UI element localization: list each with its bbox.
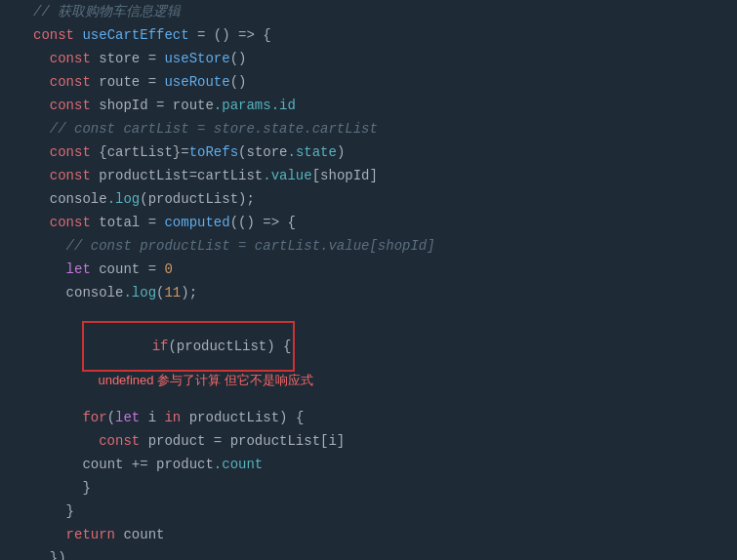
line-content: const route = useRoute() (29, 74, 737, 90)
line-content: } (29, 503, 737, 519)
code-line-product: const product = productList[i] (0, 429, 737, 453)
code-line-close: }) (0, 546, 737, 560)
line-content: if(productList) { undefined 参与了计算 但它不是响应… (29, 305, 737, 405)
code-line-for-close: } (0, 476, 737, 500)
code-line-3: const route = useRoute() (0, 70, 737, 94)
line-content: const product = productList[i] (29, 433, 737, 449)
line-content: let count = 0 (29, 261, 737, 277)
annotation-text: undefined 参与了计算 但它不是响应式 (98, 373, 312, 387)
code-editor: // 获取购物车信息逻辑 const useCartEffect = () =>… (0, 0, 737, 560)
code-line-for: for(let i in productList) { (0, 406, 737, 429)
code-line-8: console.log(productList); (0, 187, 737, 211)
line-content: count += product.count (29, 457, 737, 472)
code-line-if: if(productList) { undefined 参与了计算 但它不是响应… (0, 304, 737, 406)
line-content: const useCartEffect = () => { (29, 27, 737, 43)
line-content: // const productList = cartList.value[sh… (29, 238, 737, 254)
code-line-4: const shopId = route.params.id (0, 94, 737, 117)
code-line-count-add: count += product.count (0, 453, 737, 476)
code-line-1: const useCartEffect = () => { (0, 23, 737, 47)
code-line-5: // const cartList = store.state.cartList (0, 117, 737, 140)
line-content: const store = useStore() (29, 51, 737, 66)
code-line-11: let count = 0 (0, 258, 737, 281)
code-line-6: const {cartList}=toRefs(store.state) (0, 140, 737, 164)
line-content: }) (29, 550, 737, 560)
code-line-comment: // 获取购物车信息逻辑 (0, 0, 737, 23)
code-line-9: const total = computed(() => { (0, 211, 737, 234)
line-content: const total = computed(() => { (29, 215, 737, 230)
code-line-if-close: } (0, 500, 737, 523)
line-content: // 获取购物车信息逻辑 (29, 3, 737, 20)
code-line-7: const productList=cartList.value[shopId] (0, 164, 737, 187)
line-content: const {cartList}=toRefs(store.state) (29, 144, 737, 160)
code-line-2: const store = useStore() (0, 47, 737, 70)
line-content: console.log(productList); (29, 191, 737, 207)
code-line-12: console.log(11); (0, 281, 737, 304)
code-line-return: return count (0, 523, 737, 546)
line-content: for(let i in productList) { (29, 410, 737, 425)
line-content: } (29, 480, 737, 496)
line-content: const productList=cartList.value[shopId] (29, 168, 737, 183)
line-content: console.log(11); (29, 285, 737, 300)
line-content: // const cartList = store.state.cartList (29, 121, 737, 137)
line-content: const shopId = route.params.id (29, 98, 737, 113)
line-content: return count (29, 527, 737, 542)
code-line-10: // const productList = cartList.value[sh… (0, 234, 737, 258)
